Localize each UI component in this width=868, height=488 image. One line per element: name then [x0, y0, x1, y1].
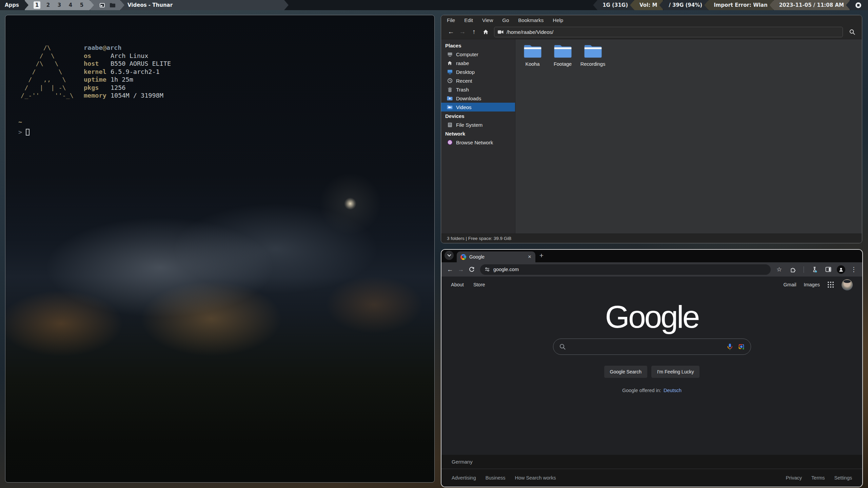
browser-forward-button[interactable]: →	[455, 264, 466, 275]
video-folder-icon	[498, 30, 504, 34]
apps-label: Apps	[5, 2, 19, 8]
sidebar-item-trash[interactable]: Trash	[441, 85, 515, 94]
shell-prompt[interactable]: ~ >	[18, 118, 29, 136]
google-header: About Store Gmail Images	[441, 277, 862, 293]
sidebar-item-desktop[interactable]: Desktop	[441, 67, 515, 76]
prompt-chevron: >	[18, 128, 22, 136]
terminal-window-icon[interactable]	[100, 3, 105, 7]
thunar-body: Places Computer raabe Desktop Recent	[441, 39, 862, 233]
desktop-icon	[447, 69, 453, 75]
kebab-menu-icon[interactable]: ⋮	[848, 264, 859, 275]
gmail-link[interactable]: Gmail	[784, 282, 796, 287]
menu-help[interactable]: Help	[553, 17, 563, 23]
menu-go[interactable]: Go	[502, 17, 509, 23]
menu-bookmarks[interactable]: Bookmarks	[518, 17, 544, 23]
store-link[interactable]: Store	[473, 282, 485, 287]
workspace-button-5[interactable]: 5	[78, 2, 85, 8]
advertising-link[interactable]: Advertising	[452, 475, 476, 481]
search-buttons: Google Search I'm Feeling Lucky	[604, 366, 700, 378]
workspace-button-2[interactable]: 2	[45, 2, 52, 8]
sidebar-item-recent[interactable]: Recent	[441, 76, 515, 85]
images-link[interactable]: Images	[804, 282, 820, 287]
business-link[interactable]: Business	[486, 475, 506, 481]
workspace-button-1[interactable]: 1	[34, 1, 40, 9]
files-window-icon[interactable]	[110, 3, 116, 8]
terms-link[interactable]: Terms	[811, 475, 825, 481]
sidebar-item-videos[interactable]: Videos	[441, 103, 515, 111]
folder-kooha[interactable]: Kooha	[517, 44, 548, 67]
footer-country: Germany	[441, 455, 862, 469]
chevron-down-icon	[447, 253, 451, 257]
info-row-os: osArch Linux	[84, 52, 171, 60]
panel-network-status[interactable]: Import Error: Wlan	[704, 0, 773, 10]
panel-record-tray[interactable]	[846, 0, 868, 10]
clock-icon	[447, 78, 453, 84]
panel-right: 1G (31G) Vol: M / 39G (94%) Import Error…	[597, 0, 868, 10]
voice-search-icon[interactable]	[726, 343, 733, 350]
google-lens-icon[interactable]	[738, 343, 745, 350]
reload-button[interactable]	[466, 264, 477, 275]
url-text: google.com	[493, 267, 519, 272]
search-icon[interactable]	[846, 27, 858, 37]
search-input[interactable]	[570, 339, 722, 354]
path-bar[interactable]: /home/raabe/Videos/	[494, 27, 843, 37]
thunar-menubar: File Edit View Go Bookmarks Help	[441, 15, 862, 25]
tab-strip: Google × +	[441, 250, 862, 262]
sidebar-item-browse-network[interactable]: Browse Network	[441, 138, 515, 147]
sidebar-item-downloads[interactable]: Downloads	[441, 94, 515, 103]
menu-edit[interactable]: Edit	[464, 17, 473, 23]
menu-file[interactable]: File	[447, 17, 455, 23]
settings-link[interactable]: Settings	[834, 475, 852, 481]
extensions-icon[interactable]	[788, 264, 798, 275]
new-tab-button[interactable]: +	[537, 251, 546, 260]
feeling-lucky-button[interactable]: I'm Feeling Lucky	[651, 366, 700, 378]
prompt-line: >	[18, 128, 29, 136]
apps-button[interactable]: Apps	[0, 0, 28, 10]
sidebar-item-home[interactable]: raabe	[441, 59, 515, 67]
workspace-button-3[interactable]: 3	[56, 2, 63, 8]
panel-memory-status[interactable]: 1G (31G)	[593, 0, 634, 10]
google-apps-grid-icon[interactable]	[830, 284, 831, 285]
sidebar-item-computer[interactable]: Computer	[441, 50, 515, 59]
account-avatar[interactable]	[842, 279, 853, 290]
up-button[interactable]: ↑	[468, 27, 480, 37]
folder-recordings[interactable]: Recordings	[578, 44, 608, 67]
workspace-button-4[interactable]: 4	[67, 2, 74, 8]
tab-google[interactable]: Google ×	[457, 251, 535, 262]
panel-disk-status[interactable]: / 39G (94%)	[659, 0, 708, 10]
thunar-sidebar: Places Computer raabe Desktop Recent	[441, 39, 515, 233]
folder-footage[interactable]: Footage	[548, 44, 578, 67]
close-tab-icon[interactable]: ×	[527, 253, 532, 260]
how-search-works-link[interactable]: How Search works	[515, 475, 556, 481]
privacy-link[interactable]: Privacy	[786, 475, 802, 481]
panel-clock[interactable]: 2023-11-05 / 11:08 AM	[770, 0, 850, 10]
menu-view[interactable]: View	[482, 17, 493, 23]
toolbar-icons: ☆ ⋮	[774, 264, 859, 275]
footer-links: Advertising Business How Search works Pr…	[441, 469, 862, 487]
experiments-beaker-icon[interactable]	[809, 264, 820, 275]
address-bar[interactable]: google.com	[480, 264, 771, 275]
tab-search-button[interactable]	[445, 251, 454, 260]
bookmark-star-icon[interactable]: ☆	[774, 264, 785, 275]
site-settings-icon[interactable]	[485, 267, 490, 272]
google-search-button[interactable]: Google Search	[604, 366, 647, 378]
profile-avatar-button[interactable]	[837, 265, 845, 274]
back-button[interactable]: ←	[445, 27, 457, 37]
google-homepage: About Store Gmail Images Google	[441, 277, 862, 487]
about-link[interactable]: About	[451, 282, 464, 287]
computer-icon	[447, 52, 453, 57]
trash-icon	[447, 87, 453, 93]
search-box[interactable]	[553, 339, 751, 355]
record-stop-icon[interactable]	[855, 2, 861, 8]
side-panel-icon[interactable]	[823, 264, 834, 275]
sidebar-item-filesystem[interactable]: File System	[441, 120, 515, 129]
language-link[interactable]: Deutsch	[664, 388, 682, 393]
forward-button[interactable]: →	[457, 27, 468, 37]
offered-in-line: Google offered in:Deutsch	[622, 388, 682, 393]
terminal-window[interactable]: /\ / \ /\ \ / \ / ,, \ / | | -\ /_-'' ''…	[5, 15, 435, 483]
home-button[interactable]	[480, 27, 491, 37]
search-magnifier-icon	[559, 343, 566, 350]
file-list: Kooha Footage Recordings	[515, 39, 862, 233]
panel-volume-status[interactable]: Vol: M	[630, 0, 663, 10]
browser-back-button[interactable]: ←	[445, 264, 455, 275]
